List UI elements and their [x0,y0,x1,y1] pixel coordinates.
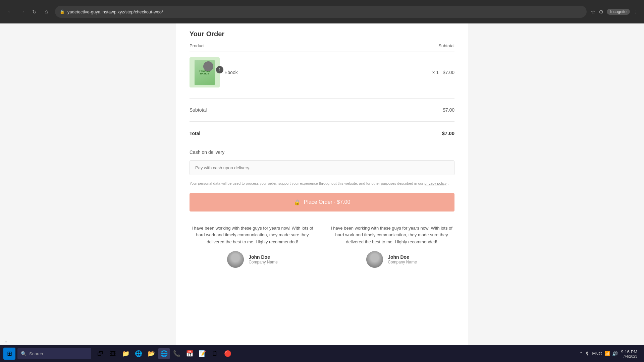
book-cover: FINANCEBASICS [195,60,215,85]
place-order-label: Place Order · $7.00 [304,199,351,205]
testimonial-2-text: I have been working with these guys for … [329,225,454,246]
payment-description: Pay with cash upon delivery. [190,160,454,175]
testimonial-1-author: John Doe Company Name [190,251,315,268]
subtotal-label: Subtotal [190,104,371,116]
taskbar-search[interactable]: 🔍 Search [17,348,91,359]
clock-date: 7/4/2023 [621,354,637,358]
extension-icon[interactable]: ⚙ [599,9,603,15]
subtotal-row: Subtotal $7.00 [190,104,454,116]
taskbar-icon-explorer[interactable]: 📁 [120,348,131,359]
avatar-image-2 [366,251,383,268]
taskbar-icon-outlook[interactable]: 📅 [184,348,195,359]
tray-wifi-icon[interactable]: 📶 [604,351,610,356]
testimonial-2-author: John Doe Company Name [329,251,454,268]
main-container: Your Order Product Subtotal [176,23,468,345]
reload-button[interactable]: ↻ [30,7,39,16]
url-text: yadetective-guya.instawp.xyz/step/checko… [67,9,582,14]
testimonial-1-info: John Doe Company Name [249,254,278,264]
testimonial-1-text: I have been working with these guys for … [190,225,315,246]
product-image-wrapper: FINANCEBASICS 1 [190,57,220,87]
book-person-silhouette [203,61,213,71]
quantity-text: × 1 [432,70,439,75]
testimonials: I have been working with these guys for … [190,225,454,268]
forward-button[interactable]: → [17,7,27,16]
back-button[interactable]: ← [5,7,15,16]
testimonial-2: I have been working with these guys for … [329,225,454,268]
section-title: Your Order [190,30,454,38]
privacy-policy-link[interactable]: privacy policy [424,181,446,185]
incognito-badge[interactable]: Incognito [607,9,630,15]
taskbar-icon-app2[interactable]: 🔴 [222,348,233,359]
tray-icons: ⌃ 🎙 ENG 📶 🔊 [579,351,618,356]
testimonial-1-avatar [227,251,244,268]
testimonial-2-info: John Doe Company Name [388,254,417,264]
avatar-image [227,251,244,268]
product-price: × 1 $7.00 [371,52,454,93]
testimonial-1: I have been working with these guys for … [190,225,315,268]
browser-chrome: ← → ↻ ⌂ 🔒 yadetective-guya.instawp.xyz/s… [0,0,644,23]
testimonial-2-avatar [366,251,383,268]
taskbar-icon-taskview[interactable]: 🗗 [95,348,106,359]
product-name: Ebook [224,70,238,75]
page-content: Your Order Product Subtotal [0,23,644,345]
testimonial-2-company: Company Name [388,260,417,264]
tray-sound-icon[interactable]: 🔊 [612,351,618,356]
quantity-badge: 1 [216,66,223,73]
payment-section: Cash on delivery Pay with cash upon deli… [190,146,454,186]
payment-method-label: Cash on delivery [190,146,454,158]
total-row: Total $7.00 [190,127,454,139]
taskbar-search-icon: 🔍 [21,351,26,356]
product-row: FINANCEBASICS 1 Ebook × 1 $7.00 [190,52,454,93]
address-bar[interactable]: 🔒 yadetective-guya.instawp.xyz/step/chec… [55,6,587,18]
testimonial-1-name: John Doe [249,254,278,260]
taskbar: ⊞ 🔍 Search 🗗 🖼 📁 🌐 📂 🌐 📞 📅 📝 🗒 🔴 ⌃ 🎙 ENG… [0,345,644,362]
col-subtotal: Subtotal [371,43,454,52]
taskbar-icon-app1[interactable]: 🗒 [209,348,221,359]
taskbar-icon-edge[interactable]: 🌐 [133,348,144,359]
menu-icon[interactable]: ⋮ [633,9,639,15]
testimonial-1-company: Company Name [249,260,278,264]
col-product: Product [190,43,371,52]
taskbar-search-text: Search [29,351,43,356]
price-text: $7.00 [443,70,454,75]
nav-buttons: ← → ↻ ⌂ [5,7,51,16]
total-label: Total [190,127,371,139]
lock-order-icon: 🔒 [294,199,301,205]
taskbar-tray: ⌃ 🎙 ENG 📶 🔊 9:16 PM 7/4/2023 [579,349,641,358]
taskbar-icon-folder[interactable]: 📂 [146,348,157,359]
total-value: $7.00 [371,127,454,139]
taskbar-icon-skype[interactable]: 📞 [171,348,182,359]
order-table: Product Subtotal FINANCEBASICS [190,43,454,139]
tray-clock[interactable]: 9:16 PM 7/4/2023 [621,349,637,358]
tray-mic-icon[interactable]: 🎙 [585,351,590,356]
product-image: FINANCEBASICS [190,57,220,87]
clock-time: 9:16 PM [621,349,637,354]
subtotal-value: $7.00 [371,104,454,116]
bookmark-icon[interactable]: ☆ [591,9,595,15]
place-order-button[interactable]: 🔒 Place Order · $7.00 [190,193,454,212]
browser-actions: ☆ ⚙ Incognito ⋮ [591,9,639,15]
lock-icon: 🔒 [60,9,65,14]
taskbar-icon-chrome[interactable]: 🌐 [158,348,170,359]
taskbar-pinned-icons: 🗗 🖼 📁 🌐 📂 🌐 📞 📅 📝 🗒 🔴 [95,348,233,359]
tray-chevron[interactable]: ⌃ [579,351,583,356]
privacy-notice: Your personal data will be used to proce… [190,181,454,186]
chevron-down-icon[interactable]: ⌄ [4,338,8,344]
home-button[interactable]: ⌂ [42,7,51,16]
taskbar-icon-onenote[interactable]: 📝 [197,348,208,359]
start-button[interactable]: ⊞ [3,348,15,360]
testimonial-2-name: John Doe [388,254,417,260]
taskbar-icon-photos[interactable]: 🖼 [107,348,119,359]
tray-lang: ENG [592,351,602,356]
product-cell: FINANCEBASICS 1 Ebook [190,57,371,87]
